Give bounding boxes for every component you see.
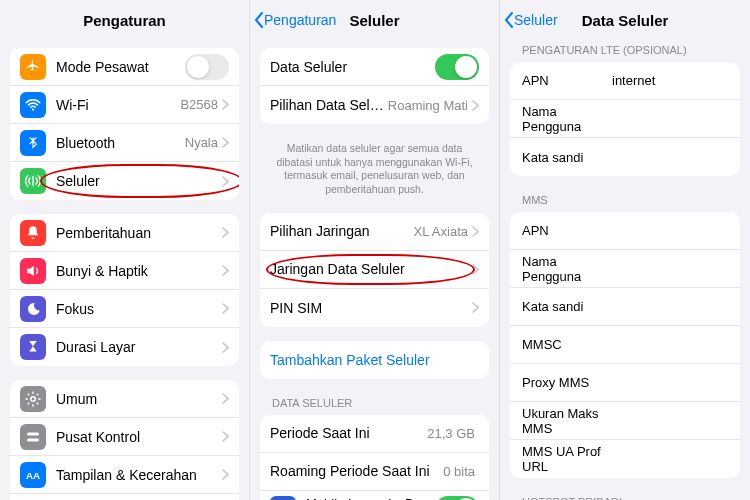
app-icon: 🎮 <box>270 496 296 500</box>
field-label: Proxy MMS <box>522 375 612 390</box>
chevron-right-icon <box>222 99 229 110</box>
chevron-right-icon <box>222 469 229 480</box>
toggle[interactable] <box>435 54 479 80</box>
app-row[interactable]: 🎮Mobile Legends: Bang Ba...8,0 GB <box>260 491 489 500</box>
back-label: Seluler <box>514 12 558 28</box>
page-title: Seluler <box>349 12 399 29</box>
section-header: DATA SELULER <box>250 393 499 413</box>
apn-field-row[interactable]: MMS UA Prof URL <box>510 440 740 478</box>
chevron-right-icon <box>222 265 229 276</box>
svg-text:AA: AA <box>26 469 40 480</box>
airplane-icon <box>20 54 46 80</box>
header: Pengaturan Seluler <box>250 0 499 40</box>
settings-row[interactable]: Umum <box>10 380 239 418</box>
field-label: APN <box>522 73 612 88</box>
menu-row[interactable]: Jaringan Data Seluler <box>260 251 489 289</box>
row-value: XL Axiata <box>414 224 468 239</box>
settings-row[interactable]: Durasi Layar <box>10 328 239 366</box>
usage-row[interactable]: Periode Saat Ini21,3 GB <box>260 415 489 453</box>
apn-field-row[interactable]: Kata sandi <box>510 138 740 176</box>
chevron-right-icon <box>222 431 229 442</box>
bell-icon <box>20 220 46 246</box>
chevron-left-icon <box>254 12 264 28</box>
apn-field-row[interactable]: APNinternet <box>510 62 740 100</box>
cellular-screen: Pengaturan Seluler Data SelulerPilihan D… <box>250 0 500 500</box>
menu-row[interactable]: Pilihan Data SelulerRoaming Mati <box>260 86 489 124</box>
add-plan-row[interactable]: Tambahkan Paket Seluler <box>260 341 489 379</box>
footer-note: Matikan data seluler agar semua data dib… <box>250 138 499 205</box>
back-button[interactable]: Pengaturan <box>254 12 336 28</box>
row-value: Roaming Mati <box>388 98 468 113</box>
field-label: APN <box>522 223 612 238</box>
settings-row[interactable]: Wi-FiB2568 <box>10 86 239 124</box>
moon-icon <box>20 296 46 322</box>
row-label: PIN SIM <box>270 300 472 316</box>
cellular-body[interactable]: Data SelulerPilihan Data SelulerRoaming … <box>250 40 499 500</box>
aa-icon: AA <box>20 462 46 488</box>
row-label: Bunyi & Haptik <box>56 263 222 279</box>
row-value: 0 bita <box>443 464 475 479</box>
row-label: Pemberitahuan <box>56 225 222 241</box>
group-usage: Periode Saat Ini21,3 GBRoaming Periode S… <box>260 415 489 500</box>
chevron-right-icon <box>222 176 229 187</box>
apn-body[interactable]: PENGATURAN LTE (OPSIONAL)APNinternetNama… <box>500 40 750 500</box>
apn-field-row[interactable]: Ukuran Maks MMS <box>510 402 740 440</box>
settings-row[interactable]: Pusat Kontrol <box>10 418 239 456</box>
svg-rect-3 <box>27 438 39 441</box>
settings-row[interactable]: Fokus <box>10 290 239 328</box>
group-add-plan: Tambahkan Paket Seluler <box>260 341 489 379</box>
row-label: Pusat Kontrol <box>56 429 222 445</box>
field-label: MMSC <box>522 337 612 352</box>
toggle[interactable] <box>185 54 229 80</box>
settings-row[interactable]: Layar Utama <box>10 494 239 500</box>
apn-field-row[interactable]: Proxy MMS <box>510 364 740 402</box>
row-label: Mode Pesawat <box>56 59 185 75</box>
settings-row[interactable]: Pemberitahuan <box>10 214 239 252</box>
chevron-right-icon <box>472 100 479 111</box>
row-value: B2568 <box>180 97 218 112</box>
apn-field-row[interactable]: Kata sandi <box>510 288 740 326</box>
hourglass-icon <box>20 334 46 360</box>
menu-row[interactable]: Pilihan JaringanXL Axiata <box>260 213 489 251</box>
svg-point-1 <box>31 396 36 401</box>
header: Seluler Data Seluler <box>500 0 750 40</box>
apn-field-row[interactable]: APN <box>510 212 740 250</box>
apn-field-row[interactable]: Nama Pengguna <box>510 250 740 288</box>
row-label: Wi-Fi <box>56 97 180 113</box>
row-label: Durasi Layar <box>56 339 222 355</box>
settings-row[interactable]: Seluler <box>10 162 239 200</box>
settings-row[interactable]: Mode Pesawat <box>10 48 239 86</box>
header: Pengaturan <box>0 0 249 40</box>
chevron-right-icon <box>222 393 229 404</box>
group-network: Pilihan JaringanXL AxiataJaringan Data S… <box>260 213 489 327</box>
section-header: PENGATURAN LTE (OPSIONAL) <box>500 40 750 60</box>
apn-field-row[interactable]: MMSC <box>510 326 740 364</box>
field-label: Nama Pengguna <box>522 254 612 284</box>
menu-row[interactable]: Data Seluler <box>260 48 489 86</box>
settings-row[interactable]: BluetoothNyala <box>10 124 239 162</box>
sound-icon <box>20 258 46 284</box>
row-label: Pilihan Data Seluler <box>270 97 388 113</box>
usage-row[interactable]: Roaming Periode Saat Ini0 bita <box>260 453 489 491</box>
menu-row[interactable]: PIN SIM <box>260 289 489 327</box>
settings-row[interactable]: AATampilan & Kecerahan <box>10 456 239 494</box>
row-label: Data Seluler <box>270 59 435 75</box>
switches-icon <box>20 424 46 450</box>
group-notifications: PemberitahuanBunyi & HaptikFokusDurasi L… <box>10 214 239 366</box>
page-title: Pengaturan <box>83 12 166 29</box>
bluetooth-icon <box>20 130 46 156</box>
page-title: Data Seluler <box>582 12 669 29</box>
toggle[interactable] <box>435 496 479 500</box>
settings-row[interactable]: Bunyi & Haptik <box>10 252 239 290</box>
back-button[interactable]: Seluler <box>504 12 558 28</box>
group-data-toggle: Data SelulerPilihan Data SelulerRoaming … <box>260 48 489 124</box>
apn-field-row[interactable]: Nama Pengguna <box>510 100 740 138</box>
field-value[interactable]: internet <box>612 73 728 88</box>
chevron-right-icon <box>472 264 479 275</box>
row-label: Fokus <box>56 301 222 317</box>
field-label: Ukuran Maks MMS <box>522 406 612 436</box>
settings-body[interactable]: Mode PesawatWi-FiB2568BluetoothNyalaSelu… <box>0 40 249 500</box>
row-label: Tampilan & Kecerahan <box>56 467 222 483</box>
settings-screen: Pengaturan Mode PesawatWi-FiB2568Bluetoo… <box>0 0 250 500</box>
row-label: Umum <box>56 391 222 407</box>
